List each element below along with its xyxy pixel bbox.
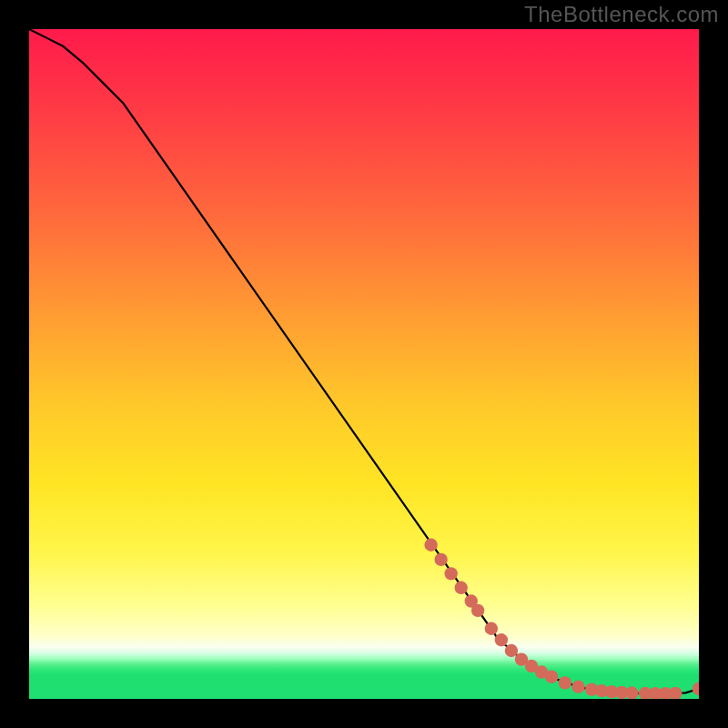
- plot-area: [29, 29, 699, 699]
- data-point: [559, 676, 571, 689]
- data-point: [669, 687, 682, 699]
- chart-container: TheBottleneck.com: [0, 0, 728, 728]
- data-point: [693, 682, 699, 695]
- data-point: [471, 604, 484, 617]
- watermark-text: TheBottleneck.com: [524, 2, 719, 27]
- data-point: [444, 567, 457, 580]
- data-point: [571, 681, 584, 693]
- curve-path: [29, 29, 699, 693]
- data-point: [625, 686, 638, 699]
- data-point: [545, 671, 558, 683]
- curve-line: [29, 29, 699, 693]
- scatter-points: [424, 539, 699, 699]
- chart-svg: [29, 29, 699, 699]
- data-point: [485, 622, 498, 635]
- data-point: [424, 539, 437, 551]
- data-point: [455, 581, 468, 594]
- data-point: [495, 633, 508, 646]
- data-point: [434, 553, 447, 566]
- data-point: [505, 644, 518, 657]
